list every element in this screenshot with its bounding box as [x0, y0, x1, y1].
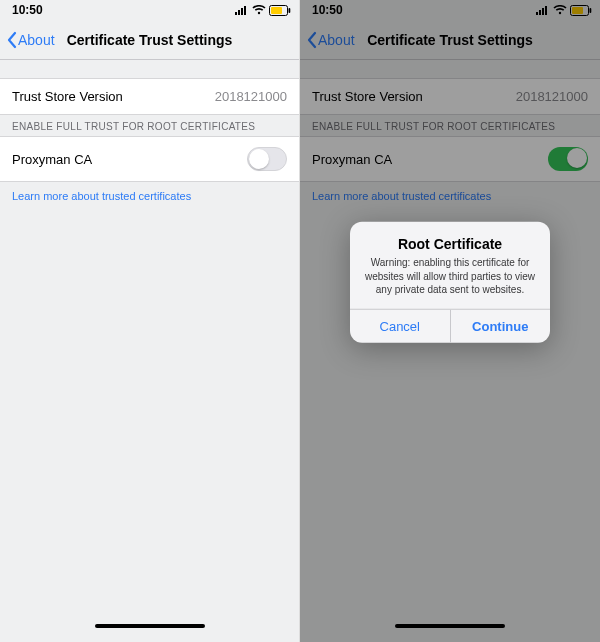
svg-rect-2 — [241, 8, 243, 15]
svg-rect-3 — [244, 6, 246, 15]
screen-before: 10:50 About Certificate Trust S — [0, 0, 300, 642]
section-full-trust-header: ENABLE FULL TRUST FOR ROOT CERTIFICATES — [0, 115, 299, 136]
svg-rect-1 — [238, 10, 240, 15]
alert-message: Warning: enabling this certificate for w… — [362, 256, 538, 297]
learn-more-link[interactable]: Learn more about trusted certificates — [0, 182, 299, 210]
certificate-row: Proxyman CA — [0, 136, 299, 182]
trust-store-version-row: Trust Store Version 2018121000 — [0, 78, 299, 115]
screen-after: 10:50 About Certificate Trust S — [300, 0, 600, 642]
svg-rect-6 — [271, 7, 282, 14]
status-bar: 10:50 — [0, 0, 299, 20]
status-right — [235, 5, 291, 16]
home-indicator[interactable] — [95, 624, 205, 628]
trust-store-value: 2018121000 — [215, 89, 287, 104]
cancel-button[interactable]: Cancel — [350, 310, 450, 343]
trust-store-label: Trust Store Version — [12, 89, 123, 104]
svg-point-4 — [258, 12, 260, 14]
svg-rect-7 — [289, 8, 291, 13]
continue-button[interactable]: Continue — [450, 310, 551, 343]
svg-rect-0 — [235, 12, 237, 15]
chevron-left-icon — [6, 31, 17, 49]
back-label: About — [18, 32, 55, 48]
nav-bar: About Certificate Trust Settings — [0, 20, 299, 60]
alert-title: Root Certificate — [362, 236, 538, 252]
content: Trust Store Version 2018121000 ENABLE FU… — [0, 60, 299, 210]
wifi-icon — [252, 5, 266, 15]
cellular-signal-icon — [235, 5, 249, 15]
status-time: 10:50 — [12, 3, 43, 17]
root-certificate-alert: Root Certificate Warning: enabling this … — [350, 222, 550, 343]
back-button[interactable]: About — [6, 31, 55, 49]
battery-icon — [269, 5, 291, 16]
trust-toggle[interactable] — [247, 147, 287, 171]
certificate-name: Proxyman CA — [12, 152, 92, 167]
